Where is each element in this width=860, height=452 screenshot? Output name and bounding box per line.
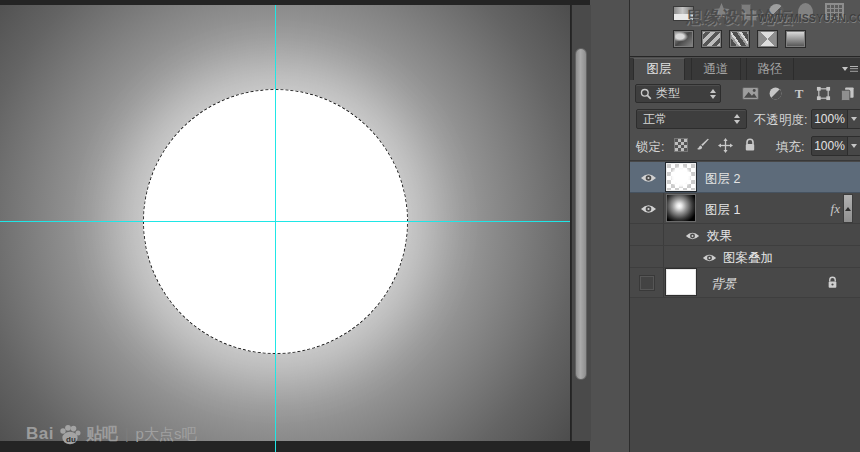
panel-tab-bar: 图层 通道 路径 [630,58,860,80]
visibility-eye-icon[interactable] [640,172,657,184]
checkerboard-icon [674,138,688,152]
photoshop-window: Bai du 贴吧 | p大点s吧 思缘设计论坛 WWW.MISSYUAN.CO… [0,0,860,452]
layer2-name[interactable]: 图层 2 [705,171,740,188]
pattern-overlay-eye-icon[interactable] [702,252,719,264]
layer-row-layer1[interactable]: 图层 1 fx [630,193,860,224]
filter-adjustment-layers-button[interactable] [765,85,785,102]
menu-arrow-icon [842,67,848,71]
baidu-brand-text: Bai [26,424,54,444]
tab-layers[interactable]: 图层 [633,58,685,80]
filter-smart-objects-button[interactable] [837,85,857,102]
visibility-eye-icon[interactable] [640,203,657,215]
missyuan-watermark-url: WWW.MISSYUAN.COM [758,13,860,24]
opacity-value-box[interactable]: 100% [811,109,860,129]
background-lock-icon [827,276,838,292]
effects-eye-icon[interactable] [685,230,702,242]
search-icon [640,88,652,100]
filter-kind-label: 类型 [656,85,680,102]
type-icon: T [795,86,804,102]
layer-row-layer2[interactable]: 图层 2 [630,162,860,193]
pattern-swatch-1[interactable] [673,30,694,48]
horizontal-guide [0,221,570,222]
tab-channels[interactable]: 通道 [691,58,741,80]
dropdown-updown-icon [734,114,740,124]
tieba-text: 贴吧 [86,424,118,445]
fill-value: 100% [812,139,847,153]
fx-badge: fx [831,201,840,217]
opacity-label: 不透明度: [754,112,807,129]
forum-name-text: p大点s吧 [136,425,197,444]
pattern-overlay-row[interactable]: 图案叠加 [630,246,860,268]
filter-shape-layers-button[interactable] [813,85,833,102]
baidu-paw-icon: du [58,424,82,445]
lock-label: 锁定: [636,139,664,156]
effects-row[interactable]: 效果 [630,224,860,246]
layer-list: 图层 2 图层 1 fx [630,160,860,452]
pattern-overlay-label: 图案叠加 [723,250,773,267]
canvas[interactable] [0,5,570,441]
filter-kind-dropdown[interactable]: 类型 [635,84,721,103]
image-icon [742,87,759,100]
scrollbar-thumb[interactable] [575,48,587,380]
background-thumbnail[interactable] [666,269,696,295]
fill-label: 填充: [776,139,804,156]
lock-icon [744,138,756,152]
shape-frame-icon [816,86,831,101]
watermark-divider: | [125,426,129,442]
blend-mode-value: 正常 [643,111,667,128]
pattern-swatch-4[interactable] [757,30,778,48]
lock-pixels-button[interactable] [694,137,711,153]
layer1-name[interactable]: 图层 1 [705,202,740,219]
filter-pixel-layers-button[interactable] [740,85,760,102]
presets-strip: 思缘设计论坛 WWW.MISSYUAN.COM [630,0,860,57]
pattern-swatch-3[interactable] [729,30,750,48]
brush-icon [695,138,710,153]
vertical-guide [275,5,276,452]
visibility-empty-well[interactable] [639,275,655,291]
collapse-effects-button[interactable] [843,194,853,223]
blend-mode-dropdown[interactable]: 正常 [636,109,747,129]
lock-transparency-button[interactable] [672,137,689,153]
lock-all-button[interactable] [741,137,758,153]
adjustment-icon [768,86,783,101]
tab-paths[interactable]: 路径 [746,58,794,80]
pattern-swatch-5[interactable] [785,30,806,48]
pattern-swatch-2[interactable] [701,30,722,48]
menu-lines-icon [850,66,858,73]
filter-type-layers-button[interactable]: T [789,85,809,102]
layer2-thumbnail[interactable] [666,163,696,191]
layers-panel: 思缘设计论坛 WWW.MISSYUAN.COM 图层 通道 路径 类型 [629,0,860,452]
fill-value-box[interactable]: 100% [811,136,860,156]
baidu-du-text: du [66,434,76,443]
fill-dropdown-arrow[interactable] [847,137,860,155]
dropdown-updown-icon [710,89,716,99]
effects-label: 效果 [707,228,732,245]
lock-position-button[interactable] [717,137,734,153]
background-name[interactable]: 背景 [711,276,736,293]
panel-menu-icon[interactable] [842,63,858,75]
move-icon [718,138,733,153]
background-layer-row[interactable]: 背景 [630,268,860,298]
opacity-dropdown-arrow[interactable] [847,110,860,128]
layer1-thumbnail[interactable] [666,194,696,222]
opacity-value: 100% [812,112,847,126]
smart-object-icon [840,86,855,101]
layer-list-empty-area [630,298,860,452]
canvas-vertical-scrollbar[interactable] [571,5,591,441]
baidu-tieba-watermark: Bai du 贴吧 | p大点s吧 [26,421,196,447]
